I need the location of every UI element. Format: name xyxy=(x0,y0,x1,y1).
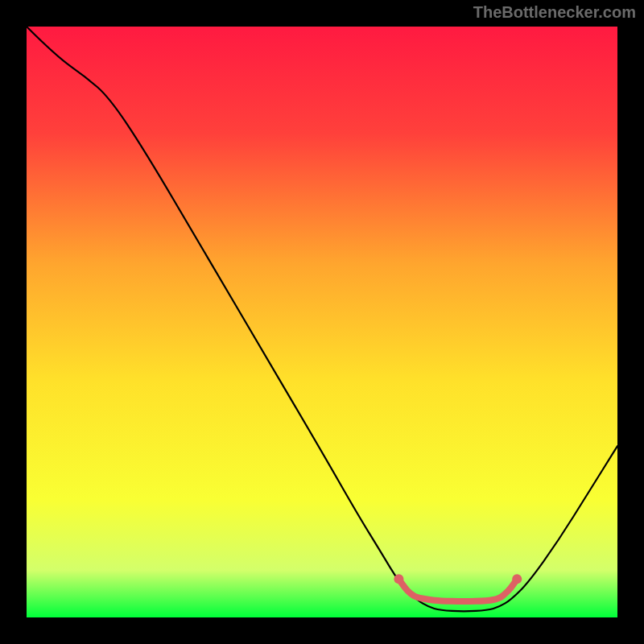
marker-endpoint-dot xyxy=(394,574,403,584)
marker-endpoint-dot xyxy=(512,574,522,584)
chart-container: TheBottlenecker.com xyxy=(0,0,644,644)
chart-svg xyxy=(27,27,617,617)
watermark-text: TheBottlenecker.com xyxy=(473,3,636,22)
plot-area xyxy=(27,27,617,617)
gradient-background xyxy=(27,27,617,617)
